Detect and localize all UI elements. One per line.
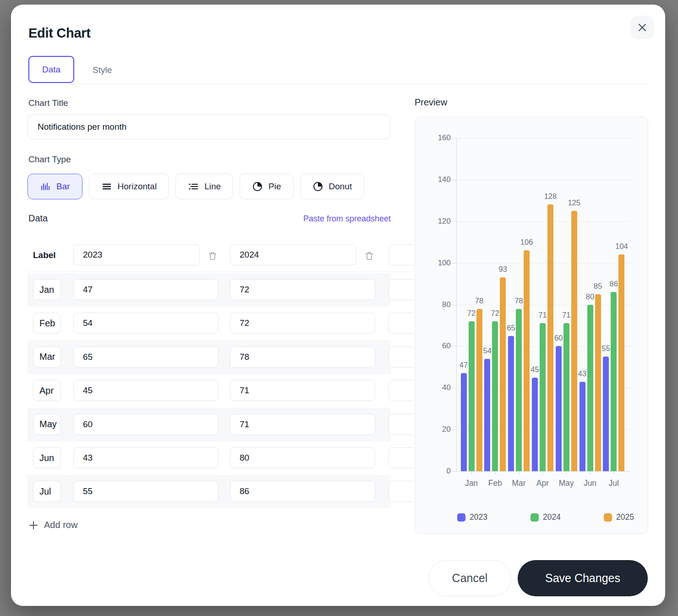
y-tick <box>452 138 456 138</box>
cell-value-input[interactable] <box>73 481 219 502</box>
cell-value-input[interactable] <box>388 380 414 401</box>
bar-2023-Jul <box>603 357 609 471</box>
cell-value-input[interactable] <box>73 279 219 300</box>
x-tick <box>519 471 519 475</box>
cell-value-input[interactable] <box>388 481 414 502</box>
series-name-input[interactable] <box>230 244 356 265</box>
y-axis-label: 40 <box>423 383 451 392</box>
cell-value-input[interactable] <box>230 279 375 300</box>
table-row <box>27 307 414 340</box>
table-row <box>27 408 414 441</box>
cell-value-input[interactable] <box>230 481 375 502</box>
cancel-button[interactable]: Cancel <box>428 560 511 596</box>
delete-series-button[interactable] <box>207 251 218 262</box>
bar-2025-Mar <box>524 250 530 471</box>
trash-icon <box>364 251 374 261</box>
bar-2025-Jul <box>618 254 624 471</box>
series-name-input[interactable] <box>73 244 200 265</box>
bar-value-label: 45 <box>530 365 539 374</box>
cell-value-input[interactable] <box>73 313 219 334</box>
bar-value-label: 106 <box>520 238 533 247</box>
chart-type-donut-button[interactable]: Donut <box>300 174 365 199</box>
chart-type-pie-button[interactable]: Pie <box>240 174 293 199</box>
y-tick <box>452 180 456 180</box>
tab-data[interactable]: Data <box>28 56 74 83</box>
cell-value-input[interactable] <box>230 313 375 334</box>
legend-item-2024: 2024 <box>530 512 561 522</box>
cell-value-input[interactable] <box>388 313 414 334</box>
delete-series-button[interactable] <box>364 251 375 262</box>
row-label-input[interactable] <box>33 447 61 468</box>
cell-value-input[interactable] <box>230 380 375 401</box>
y-tick <box>452 221 456 222</box>
row-label-input[interactable] <box>33 481 61 502</box>
plus-icon <box>28 520 38 530</box>
bar-2025-Jun <box>595 294 601 471</box>
cell-value-input[interactable] <box>73 380 219 401</box>
y-axis-label: 160 <box>423 133 451 143</box>
horizontal-bars-icon <box>101 181 112 192</box>
cell-value-input[interactable] <box>73 414 219 435</box>
x-axis-label: Mar <box>512 478 526 488</box>
add-row-button[interactable]: Add row <box>28 520 77 530</box>
cell-value-input[interactable] <box>388 346 414 368</box>
x-tick <box>614 471 614 475</box>
data-section-header: Data Paste from spreadsheet <box>28 213 391 224</box>
chart-type-line-button[interactable]: Line <box>175 174 233 199</box>
bar-2024-Jan <box>469 321 475 471</box>
bar-2025-Feb <box>500 277 506 471</box>
tab-style[interactable]: Style <box>86 56 118 84</box>
bar-2023-Apr <box>532 378 538 471</box>
bar-2025-May <box>571 211 577 471</box>
row-label-input[interactable] <box>33 414 61 435</box>
save-changes-button[interactable]: Save Changes <box>518 560 648 596</box>
bar-value-label: 78 <box>514 297 523 305</box>
cell-value-input[interactable] <box>230 414 375 435</box>
y-axis-label: 140 <box>423 175 451 184</box>
y-tick <box>452 305 456 305</box>
chart-type-selector: Bar Horizontal Line <box>27 174 364 199</box>
bar-2023-Jun <box>580 382 585 471</box>
bar-2023-Mar <box>508 336 514 471</box>
cell-value-input[interactable] <box>388 447 414 468</box>
bar-value-label: 128 <box>544 192 557 201</box>
chart-type-horizontal-button[interactable]: Horizontal <box>89 174 170 199</box>
bar-value-label: 71 <box>538 311 547 319</box>
row-label-input[interactable] <box>33 380 61 401</box>
data-section-label: Data <box>28 213 48 224</box>
legend-item-2025: 2025 <box>604 512 634 522</box>
y-tick <box>452 346 456 346</box>
y-axis-line <box>456 138 457 471</box>
y-axis-label: 80 <box>423 300 451 309</box>
x-axis-label: Jun <box>584 478 596 488</box>
row-label-input[interactable] <box>33 313 61 334</box>
cell-value-input[interactable] <box>230 346 375 368</box>
bar-value-label: 93 <box>499 265 507 274</box>
legend-label: 2025 <box>616 512 634 522</box>
chart-title-label: Chart Title <box>28 98 68 108</box>
cell-value-input[interactable] <box>388 414 414 435</box>
row-label-input[interactable] <box>33 346 61 368</box>
y-tick <box>452 471 456 472</box>
row-label-input[interactable] <box>33 279 61 300</box>
chart-type-bar-button[interactable]: Bar <box>27 174 82 199</box>
bar-2024-Jun <box>587 305 593 472</box>
cell-value-input[interactable] <box>73 346 219 368</box>
bar-2023-Jan <box>461 373 467 471</box>
legend-swatch <box>457 513 465 522</box>
chart-preview: 020406080100120140160Jan477278Feb547293M… <box>415 117 648 534</box>
cell-value-input[interactable] <box>230 447 375 468</box>
legend-swatch <box>604 513 612 522</box>
table-header-row: Label <box>27 243 414 272</box>
series-name-input[interactable] <box>388 244 414 265</box>
chart-title-input[interactable] <box>27 115 390 139</box>
x-axis-label: Apr <box>536 478 549 488</box>
bar-value-label: 54 <box>483 346 492 355</box>
close-button[interactable] <box>630 16 654 39</box>
bar-2024-Feb <box>492 321 498 471</box>
cell-value-input[interactable] <box>73 447 219 468</box>
paste-from-spreadsheet-link[interactable]: Paste from spreadsheet <box>303 214 391 224</box>
cell-value-input[interactable] <box>388 279 414 300</box>
pie-chart-icon <box>252 181 263 192</box>
table-row <box>27 374 414 407</box>
